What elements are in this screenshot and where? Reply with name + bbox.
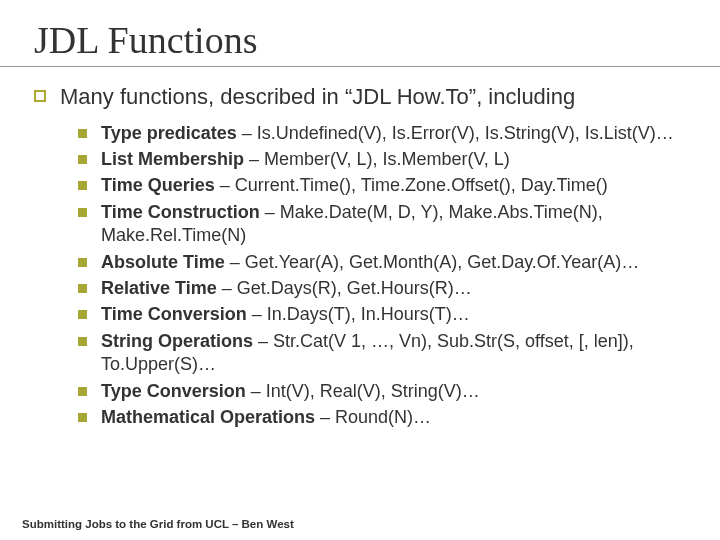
sub-list: Type predicates – Is.Undefined(V), Is.Er…: [78, 122, 690, 430]
item-body: – Get.Year(A), Get.Month(A), Get.Day.Of.…: [225, 252, 639, 272]
square-bullet-icon: [78, 208, 87, 217]
lead-bullet: Many functions, described in “JDL How.To…: [34, 82, 690, 112]
square-bullet-icon: [78, 129, 87, 138]
lead-text: Many functions, described in “JDL How.To…: [60, 82, 575, 112]
horizontal-rule: [0, 66, 720, 67]
item-name: Mathematical Operations: [101, 407, 315, 427]
item-name: Relative Time: [101, 278, 217, 298]
square-bullet-icon: [78, 284, 87, 293]
square-bullet-icon: [78, 337, 87, 346]
list-item: Time Queries – Current.Time(), Time.Zone…: [78, 174, 690, 197]
square-bullet-icon: [78, 155, 87, 164]
item-name: Time Conversion: [101, 304, 247, 324]
slide-title: JDL Functions: [34, 18, 690, 66]
square-bullet-icon: [78, 413, 87, 422]
item-name: Time Construction: [101, 202, 260, 222]
list-item: Type Conversion – Int(V), Real(V), Strin…: [78, 380, 690, 403]
square-bullet-icon: [78, 258, 87, 267]
list-item: Relative Time – Get.Days(R), Get.Hours(R…: [78, 277, 690, 300]
item-name: List Membership: [101, 149, 244, 169]
square-bullet-icon: [78, 387, 87, 396]
list-item: Type predicates – Is.Undefined(V), Is.Er…: [78, 122, 690, 145]
list-item: String Operations – Str.Cat(V 1, …, Vn),…: [78, 330, 690, 377]
list-item: Time Construction – Make.Date(M, D, Y), …: [78, 201, 690, 248]
item-name: Type predicates: [101, 123, 237, 143]
list-item: List Membership – Member(V, L), Is.Membe…: [78, 148, 690, 171]
item-body: – Member(V, L), Is.Member(V, L): [244, 149, 510, 169]
square-outline-bullet-icon: [34, 90, 46, 102]
item-name: Absolute Time: [101, 252, 225, 272]
item-name: String Operations: [101, 331, 253, 351]
item-body: – Is.Undefined(V), Is.Error(V), Is.Strin…: [237, 123, 674, 143]
item-body: – In.Days(T), In.Hours(T)…: [247, 304, 470, 324]
slide-footer: Submitting Jobs to the Grid from UCL – B…: [22, 518, 294, 530]
slide: JDL Functions Many functions, described …: [0, 0, 720, 540]
item-name: Type Conversion: [101, 381, 246, 401]
list-item: Mathematical Operations – Round(N)…: [78, 406, 690, 429]
item-body: – Round(N)…: [315, 407, 431, 427]
item-body: – Int(V), Real(V), String(V)…: [246, 381, 480, 401]
item-body: – Get.Days(R), Get.Hours(R)…: [217, 278, 472, 298]
item-body: – Current.Time(), Time.Zone.Offset(), Da…: [215, 175, 608, 195]
square-bullet-icon: [78, 181, 87, 190]
list-item: Time Conversion – In.Days(T), In.Hours(T…: [78, 303, 690, 326]
item-name: Time Queries: [101, 175, 215, 195]
square-bullet-icon: [78, 310, 87, 319]
list-item: Absolute Time – Get.Year(A), Get.Month(A…: [78, 251, 690, 274]
slide-body: Many functions, described in “JDL How.To…: [34, 82, 690, 429]
